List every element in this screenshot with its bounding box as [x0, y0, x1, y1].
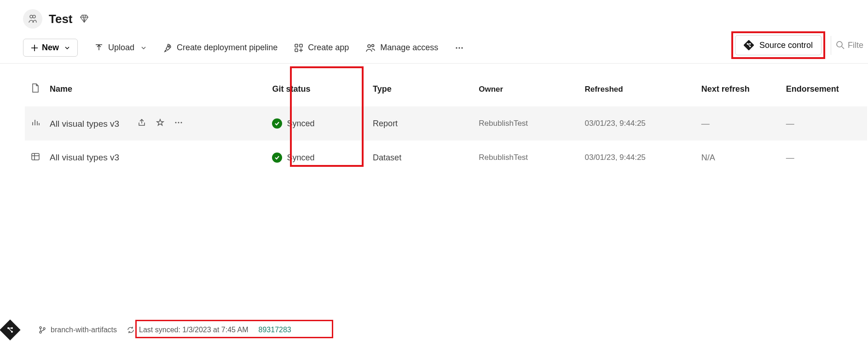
- source-control-label: Source control: [759, 41, 813, 50]
- type-cell: Report: [369, 106, 475, 141]
- upload-button[interactable]: Upload: [94, 43, 146, 53]
- git-status-cell: Synced: [268, 106, 369, 141]
- git-logo-icon: [0, 319, 21, 340]
- new-button[interactable]: New: [23, 39, 78, 57]
- more-actions-button[interactable]: [455, 43, 464, 53]
- dataset-icon: [25, 141, 46, 175]
- svg-point-10: [462, 47, 463, 48]
- sync-icon: [127, 326, 134, 334]
- svg-point-16: [175, 122, 177, 123]
- table-row[interactable]: All visual types v3SyncedReportRebublish…: [25, 106, 867, 141]
- last-synced-text: Last synced: 1/3/2023 at 7:45 AM: [139, 326, 249, 334]
- highlight-source-control: Source control: [731, 31, 825, 59]
- last-synced[interactable]: Last synced: 1/3/2023 at 7:45 AM: [127, 326, 249, 334]
- col-name[interactable]: Name: [46, 76, 268, 106]
- owner-cell: RebublishTest: [475, 141, 581, 175]
- manage-access-button[interactable]: Manage access: [365, 43, 438, 53]
- col-icon: [25, 76, 46, 106]
- svg-point-17: [178, 122, 179, 123]
- plus-icon: [31, 44, 38, 52]
- rocket-icon: [163, 43, 172, 53]
- commit-id[interactable]: 89317283: [259, 326, 291, 334]
- svg-point-15: [837, 41, 842, 47]
- git-status-bar: branch-with-artifacts Last synced: 1/3/2…: [0, 319, 868, 341]
- content-table-wrap: Name Git status Type Owner Refreshed Nex…: [0, 64, 868, 175]
- upload-icon: [94, 43, 104, 53]
- premium-diamond-icon: [79, 14, 89, 24]
- col-type[interactable]: Type: [369, 76, 475, 106]
- svg-rect-4: [300, 44, 302, 47]
- endorsement-cell: —: [782, 106, 867, 141]
- svg-point-0: [30, 15, 33, 18]
- toolbar: New Upload Create deployment pipeline Cr…: [0, 37, 868, 64]
- people-icon: [365, 43, 376, 53]
- svg-point-8: [456, 47, 457, 48]
- svg-point-18: [181, 122, 182, 123]
- chevron-down-icon: [64, 45, 70, 51]
- content-table: Name Git status Type Owner Refreshed Nex…: [25, 76, 867, 175]
- table-row[interactable]: All visual types v3SyncedDatasetRebublis…: [25, 141, 867, 175]
- svg-point-9: [459, 47, 460, 48]
- col-refreshed[interactable]: Refreshed: [581, 76, 697, 106]
- branch-indicator[interactable]: branch-with-artifacts: [39, 326, 117, 334]
- ellipsis-icon: [455, 43, 464, 53]
- git-status-text: Synced: [287, 153, 314, 163]
- branch-name: branch-with-artifacts: [51, 326, 117, 334]
- search-icon: [836, 41, 845, 50]
- upload-label: Upload: [108, 43, 134, 53]
- ellipsis-icon[interactable]: [174, 118, 183, 129]
- item-name: All visual types v3: [50, 153, 119, 162]
- synced-check-icon: [272, 118, 282, 129]
- endorsement-cell: —: [782, 141, 867, 175]
- workspace-title: Test: [49, 12, 73, 26]
- svg-point-1: [33, 15, 35, 18]
- col-endorsement[interactable]: Endorsement: [782, 76, 867, 106]
- col-git-status[interactable]: Git status: [268, 76, 369, 106]
- item-name-cell[interactable]: All visual types v3: [46, 106, 268, 141]
- create-app-button[interactable]: Create app: [294, 43, 349, 53]
- item-name: All visual types v3: [50, 119, 119, 129]
- git-icon: [744, 40, 754, 50]
- svg-rect-5: [295, 49, 298, 52]
- item-name-cell[interactable]: All visual types v3: [46, 141, 268, 175]
- owner-cell: RebublishTest: [475, 106, 581, 141]
- svg-point-2: [168, 46, 170, 47]
- git-status-cell: Synced: [268, 141, 369, 175]
- source-control-button[interactable]: Source control: [735, 35, 822, 55]
- report-icon: [25, 106, 46, 141]
- new-button-label: New: [42, 43, 59, 53]
- git-status-text: Synced: [287, 119, 314, 129]
- filter-placeholder: Filte: [848, 41, 863, 50]
- refreshed-cell: 03/01/23, 9:44:25: [581, 106, 697, 141]
- row-actions: [138, 118, 183, 129]
- create-pipeline-label: Create deployment pipeline: [177, 43, 278, 53]
- svg-point-25: [43, 328, 45, 329]
- type-cell: Dataset: [369, 141, 475, 175]
- svg-point-23: [40, 327, 41, 329]
- svg-point-6: [368, 45, 370, 47]
- svg-rect-3: [295, 44, 298, 47]
- next-refresh-cell: —: [698, 106, 782, 141]
- svg-rect-19: [32, 153, 39, 160]
- app-grid-icon: [294, 43, 303, 53]
- share-icon[interactable]: [138, 118, 146, 129]
- col-owner[interactable]: Owner: [475, 76, 581, 106]
- create-app-label: Create app: [308, 43, 349, 53]
- manage-access-label: Manage access: [380, 43, 438, 53]
- next-refresh-cell: N/A: [698, 141, 782, 175]
- create-pipeline-button[interactable]: Create deployment pipeline: [163, 43, 278, 53]
- filter-search[interactable]: Filte: [831, 36, 868, 55]
- branch-icon: [39, 326, 46, 334]
- svg-point-7: [372, 44, 374, 47]
- refreshed-cell: 03/01/23, 9:44:25: [581, 141, 697, 175]
- chevron-down-icon: [141, 45, 146, 51]
- col-next-refresh[interactable]: Next refresh: [698, 76, 782, 106]
- workspace-icon: [23, 9, 42, 29]
- synced-check-icon: [272, 153, 282, 163]
- star-icon[interactable]: [156, 118, 164, 129]
- svg-point-24: [40, 331, 41, 333]
- file-icon: [31, 83, 40, 93]
